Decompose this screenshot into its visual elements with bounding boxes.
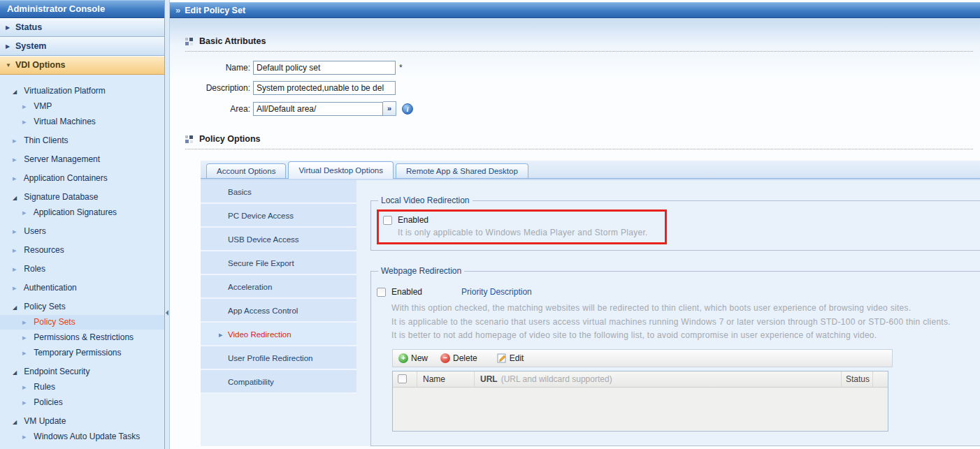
tree-arrow-icon	[22, 380, 31, 395]
policy-nav-item[interactable]: ▸ Video Redirection	[201, 323, 356, 346]
tree-item[interactable]: Virtual Machines	[0, 115, 164, 129]
tree-item-label: Signature Database	[24, 192, 98, 202]
tree-arrow-icon	[22, 330, 31, 345]
policy-nav-item[interactable]: ▸ Acceleration	[201, 275, 356, 299]
area-browse-button[interactable]: »	[383, 101, 396, 116]
tree-item[interactable]: Application Signatures	[0, 205, 164, 220]
local-video-enabled-checkbox[interactable]	[383, 216, 392, 225]
tab[interactable]: Account Options	[206, 163, 286, 178]
accordion-item[interactable]: Status	[0, 18, 164, 37]
webpage-hint-1: With this option checked, the matching w…	[377, 302, 980, 316]
sidebar-splitter[interactable]	[165, 0, 170, 449]
tree-item-label: Permissions & Restrictions	[34, 332, 134, 342]
tree-arrow-icon	[22, 115, 31, 129]
priority-description-link[interactable]: Priority Description	[461, 287, 532, 297]
tree-item[interactable]: Policies	[0, 395, 164, 410]
required-asterisk: *	[399, 63, 403, 73]
tree-item-label: Policy Sets	[34, 317, 75, 327]
tree-arrow-icon	[13, 365, 22, 380]
tree-arrow-icon	[22, 315, 31, 330]
tree-item[interactable]: VMP	[0, 99, 164, 114]
tree-item[interactable]: Resources	[0, 243, 164, 258]
status-column-header[interactable]: Status	[842, 371, 873, 387]
tree-item[interactable]: Permissions & Restrictions	[0, 330, 164, 345]
accordion-label: Status	[15, 19, 42, 36]
policy-nav-label: User Profile Redirection	[228, 354, 312, 362]
new-button[interactable]: + New	[398, 353, 428, 363]
policy-nav-item[interactable]: ▸ Compatibility	[201, 370, 356, 394]
local-video-enabled-row: Enabled	[383, 215, 658, 225]
policy-nav-item[interactable]: ▸ User Profile Redirection	[201, 346, 356, 370]
tree-item[interactable]: Users	[0, 224, 164, 239]
policy-nav-item[interactable]: ▸ Secure File Export	[201, 251, 356, 275]
description-input[interactable]	[253, 81, 396, 95]
tree-arrow-icon	[13, 243, 22, 258]
policy-nav-label: Video Redirection	[228, 330, 291, 339]
tree-arrow-icon	[22, 395, 31, 410]
policy-nav-item[interactable]: ▸ USB Device Access	[201, 228, 356, 251]
tree-arrow-icon	[13, 414, 22, 429]
webpage-hint-3: It is better to not add homepage of vide…	[377, 329, 980, 343]
edit-button[interactable]: Edit	[497, 353, 524, 363]
local-video-legend: Local Video Redirection	[378, 196, 473, 205]
section-squares-icon	[185, 135, 193, 143]
info-icon[interactable]: i	[402, 103, 413, 115]
tree-item[interactable]: Roles	[0, 262, 164, 277]
local-video-redirection-group: Local Video Redirection Enabled It is on…	[370, 196, 980, 251]
policy-nav-label: Acceleration	[228, 283, 272, 291]
policy-nav-item[interactable]: ▸ PC Device Access	[201, 204, 356, 228]
tree-item-label: Virtual Machines	[34, 117, 96, 126]
url-column-header[interactable]: URL (URL and wildcard supported)	[475, 371, 842, 387]
accordion-item[interactable]: VDI Options	[0, 56, 164, 75]
url-table-body[interactable]	[393, 388, 888, 431]
webpage-enabled-checkbox[interactable]	[377, 288, 386, 297]
tree-item[interactable]: Application Containers	[0, 171, 164, 186]
tab[interactable]: Remote App & Shared Desktop	[396, 163, 528, 178]
area-input[interactable]	[253, 102, 383, 116]
name-input[interactable]	[253, 61, 396, 75]
tree-arrow-icon	[22, 99, 31, 114]
tree-item[interactable]: Thin Clients	[0, 133, 164, 148]
tree-item[interactable]: Virtualization Platform	[0, 84, 164, 98]
tab-strip: Account Options Virtual Desktop Options …	[201, 161, 980, 179]
tree-item-label: Resources	[24, 245, 64, 255]
policy-nav-item[interactable]: ▸ App Access Control	[201, 299, 356, 323]
tree-item[interactable]: Policy Sets	[0, 300, 164, 314]
name-column-header[interactable]: Name	[417, 371, 475, 387]
select-all-checkbox[interactable]	[398, 374, 407, 383]
area-label: Area:	[170, 104, 250, 114]
policy-nav-label: Basics	[228, 188, 252, 196]
tree-item[interactable]: Endpoint Security	[0, 365, 164, 379]
tree-item-label: Virtualization Platform	[24, 86, 106, 96]
accordion-item[interactable]: System	[0, 37, 164, 56]
tree-item[interactable]: Windows Auto Update Tasks	[0, 429, 164, 444]
tree-item-label: Authentication	[24, 283, 77, 293]
tree-item[interactable]: Policy Sets	[0, 315, 164, 330]
tree-item[interactable]: Signature Database	[0, 190, 164, 205]
main-area: » Edit Policy Set Basic Attributes Name:…	[170, 0, 980, 449]
tree-item[interactable]: Temporary Permissions	[0, 346, 164, 360]
local-video-hint: It is only applicable to Windows Media P…	[383, 228, 658, 237]
tab[interactable]: Virtual Desktop Options	[288, 161, 394, 179]
tree-item-label: Rules	[34, 382, 55, 392]
webpage-hints: With this option checked, the matching w…	[377, 302, 980, 343]
tree-item[interactable]: Server Management	[0, 152, 164, 167]
tree-arrow-icon	[22, 205, 31, 220]
add-icon: +	[398, 353, 408, 363]
name-label: Name:	[170, 63, 250, 73]
tab-label: Remote App & Shared Desktop	[406, 167, 518, 175]
policy-nav-item[interactable]: ▸ Basics	[201, 180, 356, 204]
collapse-sidebar-icon[interactable]	[166, 310, 168, 316]
name-row: Name: *	[170, 61, 980, 75]
policy-nav: ▸ Basics ▸ PC Device Access ▸ USB	[201, 180, 356, 446]
tree-item-label: Windows Auto Update Tasks	[34, 432, 140, 441]
policy-nav-label: Secure File Export	[228, 259, 294, 267]
tree-item[interactable]: Authentication	[0, 281, 164, 295]
tree-item[interactable]: VM Update	[0, 414, 164, 429]
delete-button[interactable]: − Delete	[440, 353, 477, 363]
tree-arrow-icon	[13, 300, 22, 315]
webpage-legend: Webpage Redirection	[378, 266, 464, 276]
tree-item-label: Policy Sets	[24, 302, 65, 311]
sidebar-title: Administrator Console	[0, 0, 164, 18]
tree-item[interactable]: Rules	[0, 380, 164, 395]
